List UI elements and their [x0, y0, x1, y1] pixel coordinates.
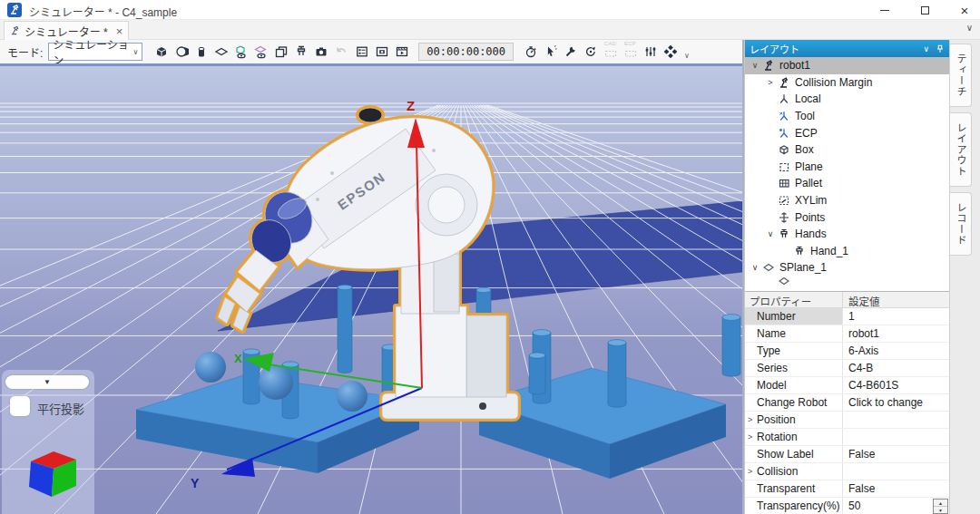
toolbar: モード: シミュレーション ∨ 00:00:00:000 CADECP ∨	[0, 40, 744, 63]
property-row-transparent[interactable]: TransparentFalse	[745, 480, 950, 498]
cad-to-point-button[interactable]: CAD	[601, 42, 620, 62]
undo-button[interactable]	[331, 42, 350, 62]
parallel-projection-checkbox[interactable]	[10, 396, 30, 416]
add-box-button[interactable]	[152, 42, 171, 62]
spinner-down-icon[interactable]: ▼	[934, 507, 947, 513]
tree-item-label: Tool	[795, 110, 815, 122]
property-value[interactable]: False	[843, 446, 950, 462]
property-row-number[interactable]: Number1	[745, 308, 950, 325]
tree-expander-icon[interactable]: ∨	[749, 263, 761, 272]
panel-menu-chevron-icon[interactable]: ∨	[923, 44, 929, 53]
tree-item-label: Pallet	[795, 177, 822, 189]
tree-item-ecp[interactable]: ECP	[745, 124, 950, 141]
property-value[interactable]: Click to change	[843, 394, 950, 411]
reset-view-button[interactable]	[581, 42, 600, 62]
toolbar-overflow-button[interactable]: ∨	[681, 42, 692, 62]
record-video-button[interactable]	[392, 42, 411, 62]
tree-item-collision-margin[interactable]: >Collision Margin	[745, 74, 950, 92]
transparency-spinner[interactable]: ▲▼	[933, 499, 948, 514]
timer-button[interactable]	[521, 42, 540, 62]
property-value[interactable]: C4-B601S	[843, 377, 950, 393]
jog-tool-button[interactable]	[561, 42, 580, 62]
close-button[interactable]: ×	[956, 2, 973, 18]
tree-item-robot1[interactable]: ∨robot1	[745, 57, 950, 74]
tree-expander-icon[interactable]: ∨	[749, 61, 761, 70]
spinner-up-icon[interactable]: ▲	[934, 499, 947, 507]
cad-visibility-button[interactable]	[231, 42, 250, 62]
add-cylinder-button[interactable]	[191, 42, 211, 62]
restore-button[interactable]	[916, 2, 933, 18]
plane-visibility-button[interactable]	[251, 42, 270, 62]
property-row-change-robot[interactable]: Change RobotClick to change	[745, 394, 950, 412]
properties-rows: Number1Namerobot1Type6-AxisSeriesC4-BMod…	[745, 308, 950, 514]
property-row-position[interactable]: >Position	[745, 412, 950, 429]
property-expander-icon[interactable]: >	[748, 415, 757, 424]
tree-item-local[interactable]: Local	[745, 91, 950, 108]
property-name: Collision	[757, 465, 798, 478]
tree-item-splane-1[interactable]: ∨SPlane_1	[745, 259, 950, 276]
app-icon	[7, 3, 22, 17]
collapse-panel-button[interactable]: ▼	[5, 375, 89, 389]
camera-button[interactable]	[311, 42, 330, 62]
tree-item-points[interactable]: Points	[745, 209, 950, 226]
add-plane-button[interactable]	[211, 42, 230, 62]
tree-item-xylim[interactable]: XYLim	[745, 192, 950, 209]
tree-item-hands[interactable]: ∨Hands	[745, 226, 950, 243]
tree-item-plane[interactable]: Plane	[745, 159, 950, 176]
property-value-header: 設定値	[843, 292, 950, 307]
property-value[interactable]	[843, 463, 950, 480]
property-expander-icon[interactable]: >	[748, 467, 757, 476]
property-value[interactable]: 6-Axis	[843, 343, 950, 359]
tree-expander-icon[interactable]: >	[764, 78, 777, 87]
property-row-rotation[interactable]: >Rotation	[745, 429, 950, 446]
tree-item[interactable]	[745, 276, 950, 286]
property-row-transparency-[interactable]: Transparency(%)50▲▼	[745, 498, 950, 514]
mode-select-value: シミュレーション	[53, 36, 132, 67]
property-expander-icon[interactable]: >	[748, 432, 757, 441]
pick-object-button[interactable]	[541, 42, 560, 62]
property-value[interactable]: C4-B	[843, 360, 950, 376]
property-value[interactable]: 1	[843, 308, 950, 325]
tool-icon	[777, 110, 791, 122]
property-row-show-label[interactable]: Show LabelFalse	[745, 446, 950, 463]
property-row-type[interactable]: Type6-Axis	[745, 343, 950, 360]
dock-tab-teach[interactable]: ティーチ	[950, 44, 972, 107]
tree-item-label: Hands	[795, 228, 827, 240]
tree-item-box[interactable]: Box	[745, 141, 950, 159]
tab-close-icon[interactable]: ×	[116, 25, 123, 37]
property-value[interactable]: robot1	[843, 325, 950, 342]
dock-tab-record[interactable]: レコード	[950, 192, 972, 256]
display-settings-button[interactable]	[641, 42, 660, 62]
tree-item-tool[interactable]: Tool	[745, 108, 950, 125]
tree-item-label: Box	[795, 143, 814, 156]
orientation-cube[interactable]	[22, 448, 82, 500]
tree-item-pallet[interactable]: Pallet	[745, 175, 950, 192]
properties-panel: プロパティー 設定値 Number1Namerobot1Type6-AxisSe…	[745, 291, 950, 514]
minimize-button[interactable]	[877, 2, 893, 18]
pin-icon[interactable]	[935, 44, 946, 54]
tree-expander-icon[interactable]: ∨	[764, 229, 777, 238]
add-sphere-button[interactable]	[172, 42, 191, 62]
property-value[interactable]: False	[843, 480, 950, 497]
property-row-model[interactable]: ModelC4-B601S	[745, 377, 950, 394]
copy-object-button[interactable]	[271, 42, 290, 62]
tabbar-overflow-icon[interactable]: ∨	[966, 23, 973, 33]
dock-tab-layout[interactable]: レイアウト	[950, 112, 972, 187]
tree-item-hand-1[interactable]: Hand_1	[745, 243, 950, 260]
property-row-series[interactable]: SeriesC4-B	[745, 360, 950, 377]
property-row-collision[interactable]: >Collision	[745, 463, 950, 480]
motion-button[interactable]	[661, 42, 680, 62]
chevron-down-icon: ∨	[132, 48, 138, 56]
snapshot-button[interactable]	[372, 42, 391, 62]
property-value[interactable]	[843, 412, 950, 428]
simulator-settings-button[interactable]	[352, 42, 371, 62]
3d-viewport[interactable]: EPSON Z X Y ▼ 平行投影	[0, 63, 742, 514]
mode-select[interactable]: シミュレーション ∨	[48, 43, 142, 61]
property-row-name[interactable]: Namerobot1	[745, 325, 950, 343]
property-name: Show Label	[757, 448, 814, 461]
close-icon: ×	[961, 4, 969, 17]
layout-panel-header: レイアウト ∨	[745, 40, 950, 57]
ecp-button[interactable]: ECP	[621, 42, 640, 62]
property-value[interactable]	[843, 429, 950, 445]
add-hand-button[interactable]	[291, 42, 310, 62]
